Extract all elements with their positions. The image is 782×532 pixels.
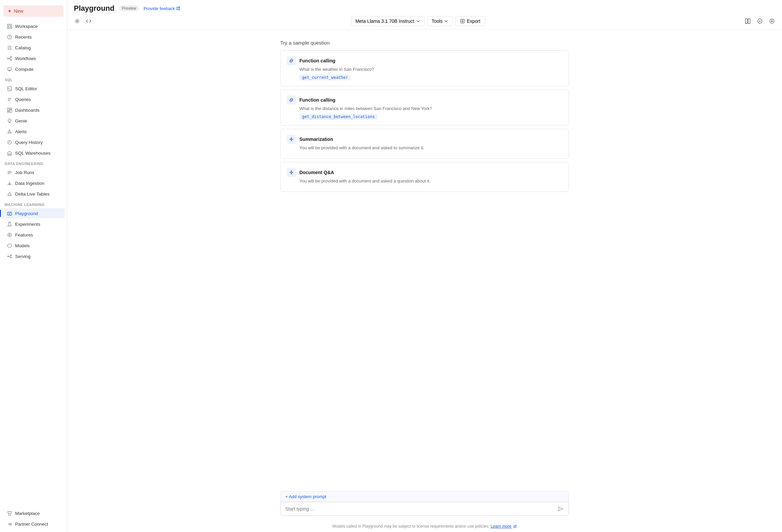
bottom-area: + Add system prompt xyxy=(274,488,576,521)
tools-chevron-icon xyxy=(444,19,448,23)
history-icon xyxy=(7,140,12,145)
footer-note-text: Models called in Playground may be subje… xyxy=(332,524,489,529)
footer-note: Models called in Playground may be subje… xyxy=(67,521,782,532)
sidebar-item-workspace[interactable]: Workspace xyxy=(2,21,65,31)
sidebar-item-delta-live[interactable]: Delta Live Tables xyxy=(2,189,65,199)
learn-more-link[interactable]: Learn more xyxy=(491,524,517,529)
sparkle-icon-2 xyxy=(287,168,296,177)
sidebar-item-catalog-label: Catalog xyxy=(15,45,31,50)
split-icon xyxy=(745,18,750,24)
svg-point-18 xyxy=(10,255,11,256)
settings-icon xyxy=(74,18,80,24)
function-icon-2 xyxy=(287,95,296,105)
workspace-icon xyxy=(7,24,12,29)
sample-card-docqa-header: Document Q&A xyxy=(287,168,563,177)
model-name-label: Meta Llama 3.1 70B Instruct xyxy=(355,18,414,24)
sidebar-item-data-ingestion-label: Data Ingestion xyxy=(15,181,44,186)
sidebar-item-data-ingestion[interactable]: Data Ingestion xyxy=(2,178,65,188)
sample-card-fc1-header: Function calling xyxy=(287,56,563,66)
sample-card-fc2[interactable]: Function calling What is the distance in… xyxy=(280,89,569,125)
learn-more-label: Learn more xyxy=(491,524,511,529)
sidebar-item-serving-label: Serving xyxy=(15,254,31,259)
sidebar-item-job-runs[interactable]: Job Runs xyxy=(2,167,65,178)
svg-rect-8 xyxy=(7,86,11,90)
queries-icon xyxy=(7,97,12,102)
minus-icon xyxy=(757,18,762,24)
sidebar-item-features[interactable]: Features xyxy=(2,230,65,240)
preview-badge: Preview xyxy=(119,5,139,11)
svg-point-20 xyxy=(8,515,9,515)
clock-icon xyxy=(7,34,12,40)
chat-input[interactable] xyxy=(285,506,555,511)
catalog-icon xyxy=(7,45,12,50)
svg-rect-14 xyxy=(9,154,10,155)
partner-icon xyxy=(7,521,12,527)
sidebar-item-dashboards[interactable]: Dashboards xyxy=(2,105,65,115)
model-bar-left xyxy=(72,17,93,25)
sidebar-item-playground-label: Playground xyxy=(15,211,38,216)
sidebar-item-playground[interactable]: Playground xyxy=(2,208,65,218)
send-icon xyxy=(557,505,564,512)
svg-rect-25 xyxy=(748,19,750,24)
sample-card-sum-desc: You will be provided with a document and… xyxy=(299,145,563,150)
sql-editor-icon xyxy=(7,86,12,91)
sidebar-item-partner-connect[interactable]: Partner Connect xyxy=(2,519,65,529)
sidebar-item-marketplace[interactable]: Marketplace xyxy=(2,508,65,518)
svg-rect-9 xyxy=(7,108,9,111)
sidebar-item-workflows-label: Workflows xyxy=(15,56,36,61)
sidebar-item-serving[interactable]: Serving xyxy=(2,251,65,261)
feedback-link-label: Provide feeback xyxy=(144,6,175,11)
code-view-button[interactable] xyxy=(84,17,93,25)
sidebar-item-workspace-label: Workspace xyxy=(15,24,38,29)
send-button[interactable] xyxy=(557,505,564,512)
features-icon xyxy=(7,232,12,237)
sidebar-item-catalog[interactable]: Catalog xyxy=(2,43,65,53)
experiments-icon xyxy=(7,221,12,227)
sidebar-item-genie[interactable]: Genie xyxy=(2,116,65,126)
tools-button[interactable]: Tools xyxy=(427,16,453,26)
sample-card-sum[interactable]: Summarization You will be provided with … xyxy=(280,129,569,159)
sample-card-docqa[interactable]: Document Q&A You will be provided with a… xyxy=(280,162,569,192)
sidebar-item-query-history[interactable]: Query History xyxy=(2,137,65,147)
sample-card-fc2-desc: What is the distance in miles between Sa… xyxy=(299,106,563,111)
model-selector[interactable]: Meta Llama 3.1 70B Instruct xyxy=(351,16,425,26)
svg-point-7 xyxy=(10,60,12,61)
page-title-bar: Playground Preview Provide feeback xyxy=(67,0,782,13)
models-icon xyxy=(7,243,12,248)
main-content: Playground Preview Provide feeback Meta … xyxy=(67,0,782,532)
sidebar-item-sql-editor[interactable]: SQL Editor xyxy=(2,83,65,93)
sidebar-item-sql-warehouses[interactable]: SQL Warehouses xyxy=(2,148,65,158)
split-view-button[interactable] xyxy=(743,17,752,25)
sidebar: + New Workspace Recents Catalog Workflow… xyxy=(0,0,67,532)
sidebar-item-dashboards-label: Dashboards xyxy=(15,108,40,113)
new-button[interactable]: + New xyxy=(3,5,64,17)
sidebar-item-marketplace-label: Marketplace xyxy=(15,511,40,516)
serving-icon xyxy=(7,254,12,259)
sidebar-item-models[interactable]: Models xyxy=(2,240,65,251)
export-button[interactable]: Export xyxy=(455,16,485,26)
sample-card-fc2-tag: get_distance_between_locations xyxy=(299,114,378,120)
sidebar-item-experiments[interactable]: Experiments xyxy=(2,219,65,229)
sparkle-icon-1 xyxy=(287,135,296,144)
add-panel-button[interactable] xyxy=(767,17,777,25)
sidebar-item-compute[interactable]: Compute xyxy=(2,64,65,74)
svg-rect-11 xyxy=(10,110,12,112)
workflow-icon xyxy=(7,56,12,61)
sample-card-fc1[interactable]: Function calling What is the weather in … xyxy=(280,50,569,86)
sidebar-item-partner-connect-label: Partner Connect xyxy=(15,522,48,527)
sidebar-item-delta-live-label: Delta Live Tables xyxy=(15,192,50,197)
svg-point-5 xyxy=(7,58,9,59)
function-icon-1 xyxy=(287,56,296,66)
sidebar-item-queries[interactable]: Queries xyxy=(2,94,65,104)
sidebar-item-recents-label: Recents xyxy=(15,35,32,40)
sample-card-fc1-title: Function calling xyxy=(299,58,335,64)
minimize-button[interactable] xyxy=(755,17,765,25)
sidebar-item-alerts[interactable]: Alerts xyxy=(2,126,65,137)
settings-button[interactable] xyxy=(72,17,82,25)
add-system-prompt-button[interactable]: + Add system prompt xyxy=(280,491,569,502)
sidebar-item-workflows[interactable]: Workflows xyxy=(2,53,65,64)
provide-feedback-link[interactable]: Provide feeback xyxy=(144,6,180,11)
export-label: Export xyxy=(467,18,480,24)
model-bar-right xyxy=(743,17,777,25)
sidebar-item-recents[interactable]: Recents xyxy=(2,32,65,42)
